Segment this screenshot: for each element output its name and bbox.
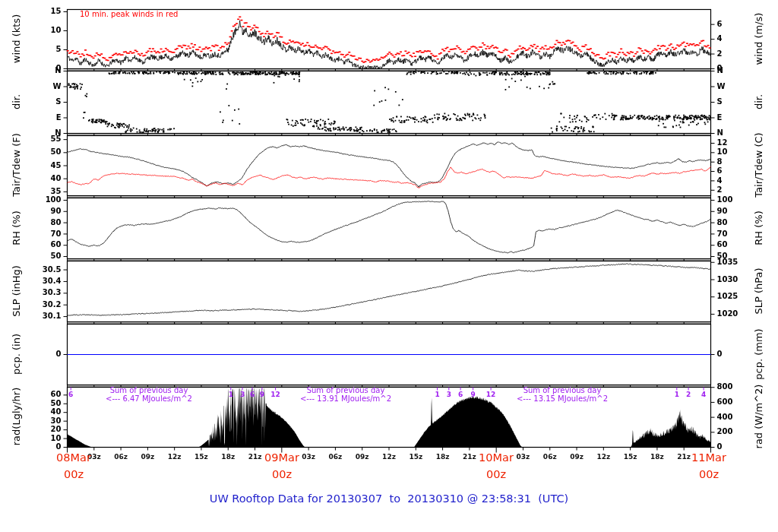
rad-sum-line1: Sum of previous day	[494, 386, 631, 394]
x-date-label-10mar: 10Mar	[464, 451, 528, 464]
right-axis-label-pcp: pcp. (mm)	[753, 328, 764, 379]
x-date-label-11mar-00z: 00z	[677, 468, 741, 480]
left-axis-label-rh: RH (%)	[11, 211, 22, 245]
left-axis-label-slp: SLP (inHg)	[11, 265, 22, 317]
meteogram-page: wind (kts) dir. Tair/Tdew (F) RH (%) SLP…	[0, 0, 778, 532]
x-date-label-08mar: 08Mar	[42, 451, 106, 464]
rad-sum-annotation-day3: Sum of previous day <--- 13.15 MJoules/m…	[494, 386, 631, 403]
rad-sum-line1: Sum of previous day	[81, 386, 217, 394]
rad-sum-annotation-day1: Sum of previous day <--- 6.47 MJoules/m^…	[81, 386, 217, 403]
rad-sum-line2: <--- 13.91 MJoules/m^2	[277, 394, 414, 403]
rad-sum-line1: Sum of previous day	[277, 386, 414, 394]
peak-winds-note: 10 min. peak winds in red	[80, 10, 178, 18]
x-date-label-09mar-00z: 00z	[250, 468, 314, 480]
x-date-label-11mar: 11Mar	[677, 451, 741, 464]
rad-sum-line2: <--- 6.47 MJoules/m^2	[81, 394, 217, 403]
left-axis-label-pcp: pcp. (in)	[11, 334, 22, 375]
left-axis-label-temp: Tair/Tdew (F)	[11, 133, 22, 197]
right-axis-label-slp: SLP (hPa)	[753, 268, 764, 314]
x-date-label-09mar: 09Mar	[250, 451, 314, 464]
rad-sum-line2: <--- 13.15 MJoules/m^2	[494, 394, 631, 403]
right-axis-label-rad: rad (W/m^2)	[753, 385, 764, 449]
right-axis-label-wind: wind (m/s)	[753, 13, 764, 65]
left-axis-label-wind: wind (kts)	[11, 14, 22, 63]
left-axis-label-rad: rad(Lgly/hr)	[11, 388, 22, 445]
right-axis-label-rh: RH (%)	[753, 211, 764, 245]
right-axis-label-temp: Tair/Tdew (C)	[753, 132, 764, 197]
page-title: UW Rooftop Data for 20130307 to 20130310…	[0, 492, 778, 505]
meteogram-canvas	[0, 0, 778, 532]
left-axis-label-dir: dir.	[11, 94, 22, 109]
x-date-label-10mar-00z: 00z	[464, 468, 528, 480]
right-axis-label-dir: dir.	[753, 94, 764, 109]
x-date-label-08mar-00z: 00z	[42, 468, 106, 480]
rad-sum-annotation-day2: Sum of previous day <--- 13.91 MJoules/m…	[277, 386, 414, 403]
